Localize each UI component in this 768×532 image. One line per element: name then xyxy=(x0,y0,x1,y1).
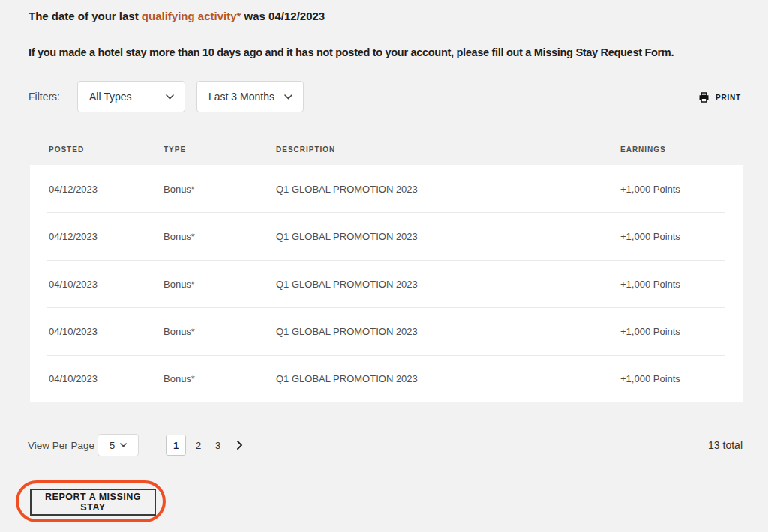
cell-type: Bonus* xyxy=(164,373,195,384)
chevron-down-icon xyxy=(166,94,174,100)
next-page-button[interactable] xyxy=(230,435,250,456)
column-header-posted: POSTED xyxy=(49,145,84,154)
cell-type: Bonus* xyxy=(164,325,195,336)
page-button-2[interactable]: 2 xyxy=(188,435,208,456)
type-filter-value: All Types xyxy=(89,91,132,103)
cell-description: Q1 GLOBAL PROMOTION 2023 xyxy=(276,373,418,384)
page-button-3[interactable]: 3 xyxy=(208,435,228,456)
cell-earnings: +1,000 Points xyxy=(620,231,680,242)
cell-earnings: +1,000 Points xyxy=(620,325,680,336)
activity-history-page: The date of your last qualifying activit… xyxy=(0,0,768,532)
type-filter-dropdown[interactable]: All Types xyxy=(77,81,185,112)
cell-type: Bonus* xyxy=(164,183,195,194)
print-label: PRINT xyxy=(716,94,741,102)
cell-type: Bonus* xyxy=(164,231,195,242)
cell-description: Q1 GLOBAL PROMOTION 2023 xyxy=(276,325,418,336)
cell-posted: 04/12/2023 xyxy=(49,231,98,242)
column-header-type: TYPE xyxy=(164,145,186,154)
chevron-right-icon xyxy=(237,441,243,450)
missing-stay-note: If you made a hotel stay more than 10 da… xyxy=(28,46,674,58)
table-row: 04/10/2023 Bonus* Q1 GLOBAL PROMOTION 20… xyxy=(30,260,742,307)
cell-posted: 04/10/2023 xyxy=(49,373,98,384)
cell-earnings: +1,000 Points xyxy=(620,278,680,289)
last-activity-suffix: was 04/12/2023 xyxy=(241,10,325,22)
activity-table: 04/12/2023 Bonus* Q1 GLOBAL PROMOTION 20… xyxy=(30,165,742,402)
per-page-dropdown[interactable]: 5 xyxy=(98,434,139,456)
per-page-value: 5 xyxy=(110,440,115,451)
date-filter-dropdown[interactable]: Last 3 Months xyxy=(196,81,304,112)
cell-type: Bonus* xyxy=(164,278,195,289)
column-header-description: DESCRIPTION xyxy=(276,145,335,154)
print-button[interactable]: PRINT xyxy=(698,89,741,106)
date-filter-value: Last 3 Months xyxy=(208,91,274,103)
printer-icon xyxy=(698,91,710,103)
table-row: 04/12/2023 Bonus* Q1 GLOBAL PROMOTION 20… xyxy=(30,165,742,212)
cell-earnings: +1,000 Points xyxy=(620,183,680,194)
cell-earnings: +1,000 Points xyxy=(620,373,680,384)
total-count: 13 total xyxy=(708,439,742,451)
report-missing-stay-button[interactable]: REPORT A MISSING STAY xyxy=(30,489,156,516)
view-per-page-label: View Per Page xyxy=(28,440,94,451)
qualifying-activity-link[interactable]: qualifying activity* xyxy=(142,10,242,22)
chevron-down-icon xyxy=(120,443,127,447)
last-activity-line: The date of your last qualifying activit… xyxy=(28,10,325,22)
filters-label: Filters: xyxy=(28,91,60,103)
cell-description: Q1 GLOBAL PROMOTION 2023 xyxy=(276,231,418,242)
cell-description: Q1 GLOBAL PROMOTION 2023 xyxy=(276,183,418,194)
chevron-down-icon xyxy=(284,94,292,100)
last-activity-prefix: The date of your last xyxy=(28,10,142,22)
page-button-1[interactable]: 1 xyxy=(166,435,186,456)
cell-posted: 04/12/2023 xyxy=(49,183,98,194)
cell-posted: 04/10/2023 xyxy=(49,278,98,289)
table-row: 04/12/2023 Bonus* Q1 GLOBAL PROMOTION 20… xyxy=(30,212,742,259)
table-row: 04/10/2023 Bonus* Q1 GLOBAL PROMOTION 20… xyxy=(30,355,742,402)
table-row: 04/10/2023 Bonus* Q1 GLOBAL PROMOTION 20… xyxy=(30,307,742,354)
column-header-earnings: EARNINGS xyxy=(620,145,666,154)
cell-description: Q1 GLOBAL PROMOTION 2023 xyxy=(276,278,418,289)
cell-posted: 04/10/2023 xyxy=(49,325,98,336)
